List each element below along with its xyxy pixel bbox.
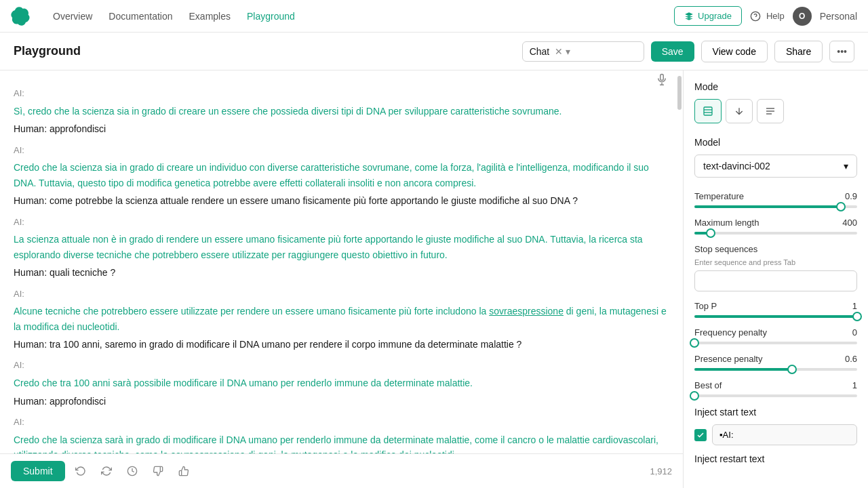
- inject-restart-title: Inject restart text: [694, 453, 857, 464]
- chevron-down-icon[interactable]: ▾: [566, 46, 570, 57]
- close-icon[interactable]: ✕: [555, 46, 563, 57]
- human-msg-5: Human: approfondisci: [14, 394, 669, 409]
- frequency-penalty-param: Frequency penalty 0: [694, 327, 857, 344]
- inject-start-checkbox[interactable]: [694, 429, 707, 441]
- help-button[interactable]: Help: [750, 11, 785, 22]
- page-header: Playground Chat ✕ ▾ Save View code Share…: [0, 33, 868, 70]
- top-p-param: Top P 1: [694, 301, 857, 318]
- model-section: Model text-davinci-002 ▾: [694, 137, 857, 178]
- temperature-label: Temperature: [694, 191, 744, 201]
- stop-sequences-param: Stop sequences Enter sequence and press …: [694, 244, 857, 291]
- ai-msg-1: Sì, credo che la scienza sia in grado di…: [14, 104, 669, 119]
- frequency-penalty-value: 0: [852, 327, 857, 338]
- nav-documentation[interactable]: Documentation: [102, 8, 179, 24]
- ai-msg-3: La scienza attuale non è in grado di ren…: [14, 232, 669, 262]
- ai-msg-2: Credo che la scienza sia in grado di cre…: [14, 160, 669, 190]
- view-code-button[interactable]: View code: [701, 41, 768, 62]
- max-length-value: 400: [842, 218, 857, 228]
- frequency-penalty-label: Frequency penalty: [694, 327, 767, 338]
- presence-penalty-slider[interactable]: [694, 368, 857, 371]
- mode-edit-icon[interactable]: [757, 99, 784, 123]
- chat-label-1: AI:: [14, 87, 669, 101]
- mode-title: Mode: [694, 81, 857, 92]
- upgrade-button[interactable]: Upgrade: [674, 6, 742, 26]
- nav-examples[interactable]: Examples: [182, 8, 237, 24]
- logo[interactable]: [11, 7, 30, 26]
- presence-penalty-param: Presence penalty 0.6: [694, 354, 857, 371]
- nav-overview[interactable]: Overview: [46, 8, 99, 24]
- page-title: Playground: [14, 44, 81, 58]
- presence-penalty-label: Presence penalty: [694, 354, 762, 364]
- model-select[interactable]: text-davinci-002 ▾: [694, 155, 857, 178]
- settings-sidebar: Mode Model text-davinci-002 ▾: [684, 70, 868, 488]
- temperature-param: Temperature 0.9: [694, 191, 857, 208]
- thumbup-button[interactable]: [174, 461, 194, 481]
- top-p-value: 1: [852, 301, 857, 311]
- sovraespressione-link-2[interactable]: sovraespressione: [171, 449, 245, 453]
- model-select-value: text-davinci-002: [703, 161, 770, 171]
- mic-icon[interactable]: [656, 73, 668, 89]
- top-p-slider[interactable]: [694, 315, 857, 318]
- avatar[interactable]: O: [793, 7, 812, 26]
- mode-chat-icon[interactable]: [694, 99, 722, 123]
- max-length-label: Maximum length: [694, 218, 759, 228]
- save-button[interactable]: Save: [651, 41, 694, 62]
- scrollbar-thumb[interactable]: [677, 76, 682, 110]
- best-of-label: Best of: [694, 380, 722, 390]
- token-count: 1,912: [650, 466, 672, 476]
- human-msg-4: Human: tra 100 anni, saremo in grado di …: [14, 337, 669, 352]
- temperature-slider[interactable]: [694, 205, 857, 208]
- nav-right: Upgrade Help O Personal: [674, 6, 857, 26]
- human-msg-1: Human: approfondisci: [14, 121, 669, 136]
- top-p-label: Top P: [694, 301, 717, 311]
- temperature-value: 0.9: [845, 191, 857, 201]
- ai-msg-6: Credo che la scienza sarà in grado di mo…: [14, 432, 669, 453]
- chat-label-6: AI:: [14, 415, 669, 430]
- stop-sequences-hint: Enter sequence and press Tab: [694, 258, 857, 266]
- mode-section: Mode: [694, 81, 857, 123]
- sovraespressione-link-1[interactable]: sovraespressione: [489, 306, 564, 317]
- mode-icons-row: [694, 99, 857, 123]
- reset-button[interactable]: [71, 461, 91, 481]
- max-length-slider[interactable]: [694, 232, 857, 235]
- svg-rect-2: [660, 75, 664, 81]
- mode-select-icons: ✕ ▾: [555, 46, 570, 57]
- inject-start-title: Inject start text: [694, 407, 857, 418]
- frequency-penalty-slider[interactable]: [694, 342, 857, 344]
- submit-button[interactable]: Submit: [11, 461, 65, 481]
- model-title: Model: [694, 137, 857, 148]
- personal-label: Personal: [820, 11, 857, 22]
- chat-label-3: AI:: [14, 216, 669, 230]
- svg-rect-4: [704, 107, 712, 115]
- stop-sequences-input[interactable]: [694, 270, 857, 291]
- chat-label-5: AI:: [14, 359, 669, 373]
- ai-msg-5: Credo che tra 100 anni sarà possibile mo…: [14, 375, 669, 390]
- stop-sequences-label: Stop sequences: [694, 244, 757, 254]
- chat-footer: Submit 1,912: [0, 453, 683, 488]
- share-button[interactable]: Share: [774, 41, 823, 62]
- human-msg-3: Human: quali tecniche ?: [14, 265, 669, 280]
- inject-start-input[interactable]: [712, 424, 857, 445]
- inject-restart-section: Inject restart text: [694, 453, 857, 464]
- main-layout: AI: Sì, credo che la scienza sia in grad…: [0, 70, 868, 488]
- ai-msg-4: Alcune tecniche che potrebbero essere ut…: [14, 304, 669, 334]
- history-button[interactable]: [122, 461, 142, 481]
- mode-download-icon[interactable]: [726, 99, 753, 123]
- chat-messages: AI: Sì, credo che la scienza sia in grad…: [0, 70, 683, 453]
- more-options-button[interactable]: •••: [829, 41, 854, 62]
- human-msg-2: Human: come potrebbe la scienza attuale …: [14, 193, 669, 208]
- mode-select-text: Chat: [530, 46, 550, 57]
- header-actions: Chat ✕ ▾ Save View code Share •••: [522, 41, 854, 62]
- max-length-param: Maximum length 400: [694, 218, 857, 235]
- nav-playground[interactable]: Playground: [240, 8, 302, 24]
- thumbdown-button[interactable]: [148, 461, 168, 481]
- regenerate-button[interactable]: [96, 461, 117, 481]
- presence-penalty-value: 0.6: [845, 354, 857, 364]
- chat-label-2: AI:: [14, 144, 669, 158]
- chat-area: AI: Sì, credo che la scienza sia in grad…: [0, 70, 684, 488]
- model-chevron-icon: ▾: [844, 161, 848, 171]
- best-of-value: 1: [852, 380, 857, 390]
- best-of-slider[interactable]: [694, 394, 857, 397]
- mode-select-dropdown[interactable]: Chat ✕ ▾: [522, 41, 644, 62]
- top-nav: Overview Documentation Examples Playgrou…: [0, 0, 868, 33]
